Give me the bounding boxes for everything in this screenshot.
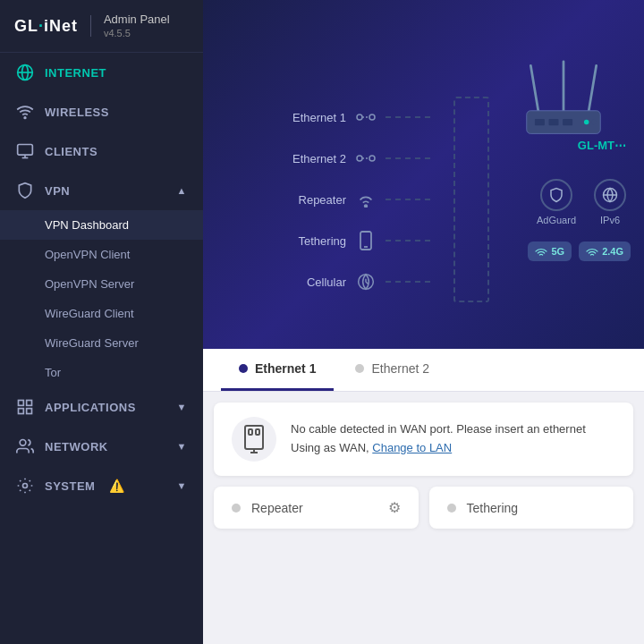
svg-point-30 bbox=[584, 120, 589, 125]
repeater-card-dot bbox=[232, 504, 241, 513]
sidebar-item-clients[interactable]: CLIENTS bbox=[0, 131, 203, 171]
applications-chevron: ▼ bbox=[177, 402, 187, 412]
svg-rect-4 bbox=[18, 145, 33, 156]
sidebar-item-internet[interactable]: INTERNET bbox=[0, 53, 203, 92]
svg-rect-8 bbox=[27, 401, 32, 406]
openvpn-client-label: OpenVPN Client bbox=[45, 248, 130, 261]
sidebar: GL·iNet Admin Panel v4.5.5 INTERNET WIRE… bbox=[0, 0, 203, 644]
sidebar-item-network[interactable]: NETWORK ▼ bbox=[0, 427, 203, 466]
cellular-icon bbox=[353, 269, 378, 294]
content-area: Ethernet 1 Ethernet 2 No cable detected … bbox=[203, 349, 644, 644]
repeater-icon bbox=[353, 187, 378, 212]
sidebar-item-wireguard-client[interactable]: WireGuard Client bbox=[0, 299, 203, 328]
svg-point-16 bbox=[357, 156, 362, 161]
sidebar-header: GL·iNet Admin Panel v4.5.5 bbox=[0, 0, 203, 53]
repeater-card: Repeater ⚙ bbox=[214, 487, 419, 529]
tab-eth2-dot bbox=[355, 364, 364, 373]
clients-icon bbox=[16, 142, 34, 160]
svg-rect-10 bbox=[19, 409, 24, 414]
badges-row: AdGuard IPv6 bbox=[537, 179, 626, 225]
svg-point-3 bbox=[24, 117, 26, 119]
ipv6-badge: IPv6 bbox=[594, 179, 626, 225]
ethernet-warning-text: No cable detected in WAN port. Please in… bbox=[291, 420, 586, 458]
system-chevron: ▼ bbox=[177, 480, 187, 491]
svg-rect-36 bbox=[256, 429, 259, 435]
change-to-lan-link[interactable]: Change to LAN bbox=[372, 441, 452, 454]
connection-list: Ethernet 1 Ethernet 2 bbox=[275, 97, 430, 302]
applications-icon bbox=[16, 398, 34, 416]
svg-rect-28 bbox=[549, 119, 559, 125]
svg-rect-9 bbox=[27, 409, 32, 414]
wifi-bands-row: 5G 2.4G bbox=[528, 242, 631, 261]
ethernet-port-icon bbox=[232, 417, 276, 462]
diagram-area: Ethernet 1 Ethernet 2 bbox=[203, 0, 644, 349]
system-icon bbox=[16, 477, 34, 495]
adguard-icon bbox=[540, 179, 572, 211]
svg-point-11 bbox=[20, 440, 26, 446]
svg-rect-7 bbox=[19, 401, 24, 406]
repeater-label: Repeater bbox=[275, 193, 346, 207]
svg-point-19 bbox=[365, 205, 368, 208]
applications-label: APPLICATIONS bbox=[45, 401, 136, 414]
sidebar-item-applications[interactable]: APPLICATIONS ▼ bbox=[0, 387, 203, 427]
svg-rect-27 bbox=[535, 119, 545, 125]
eth1-icon bbox=[353, 105, 378, 130]
wifi-24g-badge: 2.4G bbox=[579, 242, 631, 261]
sidebar-item-wireless[interactable]: WIRELESS bbox=[0, 92, 203, 131]
tethering-card: Tethering bbox=[429, 487, 634, 529]
conn-ethernet1: Ethernet 1 bbox=[275, 97, 430, 138]
eth2-icon bbox=[353, 146, 378, 171]
tethering-icon bbox=[353, 228, 378, 253]
sidebar-item-tor[interactable]: Tor bbox=[0, 358, 203, 387]
logo: GL·iNet bbox=[14, 17, 78, 36]
network-icon bbox=[16, 437, 34, 455]
tab-ethernet1[interactable]: Ethernet 1 bbox=[221, 349, 334, 391]
tab-eth1-dot bbox=[239, 364, 248, 373]
repeater-line bbox=[386, 199, 430, 200]
svg-rect-29 bbox=[563, 119, 572, 125]
sidebar-item-wireguard-server[interactable]: WireGuard Server bbox=[0, 328, 203, 358]
version-label: v4.5.5 bbox=[104, 28, 131, 38]
ipv6-label: IPv6 bbox=[600, 215, 620, 225]
eth2-line bbox=[386, 157, 430, 159]
internet-icon bbox=[16, 64, 34, 81]
tor-label: Tor bbox=[45, 366, 61, 379]
tab-eth2-label: Ethernet 2 bbox=[371, 361, 429, 376]
conn-cellular: Cellular bbox=[275, 261, 430, 302]
svg-point-18 bbox=[369, 156, 375, 161]
header-divider bbox=[90, 15, 91, 37]
connection-box bbox=[453, 97, 489, 302]
sidebar-item-system[interactable]: SYSTEM ⚠️ ▼ bbox=[0, 466, 203, 505]
sidebar-item-openvpn-server[interactable]: OpenVPN Server bbox=[0, 269, 203, 299]
repeater-gear-icon[interactable]: ⚙ bbox=[388, 499, 401, 516]
eth1-line bbox=[386, 116, 430, 118]
vpn-label: VPN bbox=[45, 184, 70, 198]
router-model-label: GL-MT⋯ bbox=[578, 139, 626, 152]
sidebar-item-openvpn-client[interactable]: OpenVPN Client bbox=[0, 240, 203, 269]
adguard-label: AdGuard bbox=[537, 215, 576, 225]
clients-label: CLIENTS bbox=[45, 145, 97, 158]
vpn-icon bbox=[16, 182, 34, 199]
svg-point-13 bbox=[357, 114, 362, 120]
vpn-chevron: ▲ bbox=[177, 185, 187, 196]
sidebar-item-vpn[interactable]: VPN ▲ bbox=[0, 171, 203, 210]
svg-rect-35 bbox=[249, 429, 252, 435]
bottom-cards-row: Repeater ⚙ Tethering bbox=[214, 487, 633, 529]
wifi-5g-badge: 5G bbox=[528, 242, 572, 261]
conn-tethering: Tethering bbox=[275, 220, 430, 261]
network-chevron: ▼ bbox=[177, 441, 187, 452]
wireless-icon bbox=[16, 103, 34, 121]
5g-label: 5G bbox=[551, 246, 564, 257]
svg-line-23 bbox=[530, 65, 538, 114]
tab-eth1-label: Ethernet 1 bbox=[255, 361, 316, 376]
tethering-card-dot bbox=[447, 504, 456, 513]
wireless-label: WIRELESS bbox=[45, 106, 109, 119]
eth2-label: Ethernet 2 bbox=[275, 152, 346, 165]
sidebar-item-vpn-dashboard[interactable]: VPN Dashboard bbox=[0, 210, 203, 240]
tabs-row: Ethernet 1 Ethernet 2 bbox=[203, 349, 644, 392]
tethering-line bbox=[386, 240, 430, 242]
adguard-badge: AdGuard bbox=[537, 179, 576, 225]
tab-ethernet2[interactable]: Ethernet 2 bbox=[337, 349, 447, 391]
admin-panel-label: Admin Panel v4.5.5 bbox=[104, 13, 189, 39]
system-label: SYSTEM bbox=[45, 479, 95, 493]
